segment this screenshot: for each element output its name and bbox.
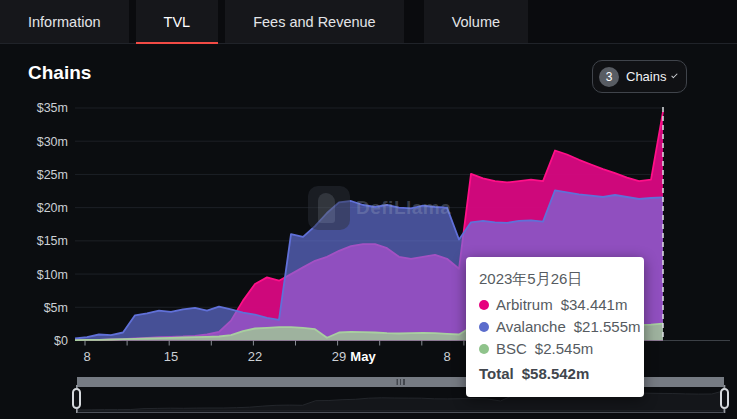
- tooltip-total-value: $58.542m: [522, 363, 590, 385]
- tooltip-series-value: $2.545m: [535, 338, 593, 360]
- series-color-dot: [479, 322, 489, 332]
- tooltip-series-name: BSC: [496, 338, 527, 360]
- tooltip-series-row: Arbitrum$34.441m: [479, 294, 631, 316]
- tooltip-total-row: Total $58.542m: [479, 363, 631, 385]
- y-axis-label: $0: [54, 334, 68, 348]
- slider-handle-left[interactable]: [72, 388, 81, 409]
- tooltip-series-name: Arbitrum: [496, 294, 553, 316]
- x-axis-label: 8: [83, 349, 90, 364]
- slider-handle-right[interactable]: [720, 388, 729, 409]
- y-axis-label: $20m: [37, 201, 68, 215]
- tooltip-series-name: Avalanche: [496, 316, 566, 338]
- y-axis-label: $5m: [44, 301, 68, 315]
- y-axis-label: $10m: [37, 268, 68, 282]
- tooltip-date: 2023年5月26日: [479, 268, 631, 290]
- x-axis-label: 22: [248, 349, 262, 364]
- tooltip-series-row: BSC$2.545m: [479, 338, 631, 360]
- x-axis-label: 8: [443, 349, 450, 364]
- x-axis-label: 29: [332, 349, 346, 364]
- tooltip-series-value: $21.555m: [574, 316, 641, 338]
- chart-tooltip: 2023年5月26日 Arbitrum$34.441mAvalanche$21.…: [466, 257, 644, 397]
- x-axis-label: May: [350, 349, 376, 364]
- y-axis-label: $30m: [37, 135, 68, 149]
- series-color-dot: [479, 300, 489, 310]
- tooltip-total-label: Total: [479, 363, 514, 385]
- slider-grip-icon[interactable]: [396, 379, 405, 385]
- y-axis-label: $25m: [37, 168, 68, 182]
- y-axis-label: $35m: [37, 101, 68, 115]
- app-window: InformationTVLFees and RevenueVolume Cha…: [0, 0, 737, 419]
- tooltip-series-value: $34.441m: [561, 294, 628, 316]
- series-color-dot: [479, 344, 489, 354]
- tooltip-series-row: Avalanche$21.555m: [479, 316, 631, 338]
- x-axis-label: 15: [164, 349, 178, 364]
- y-axis-label: $15m: [37, 234, 68, 248]
